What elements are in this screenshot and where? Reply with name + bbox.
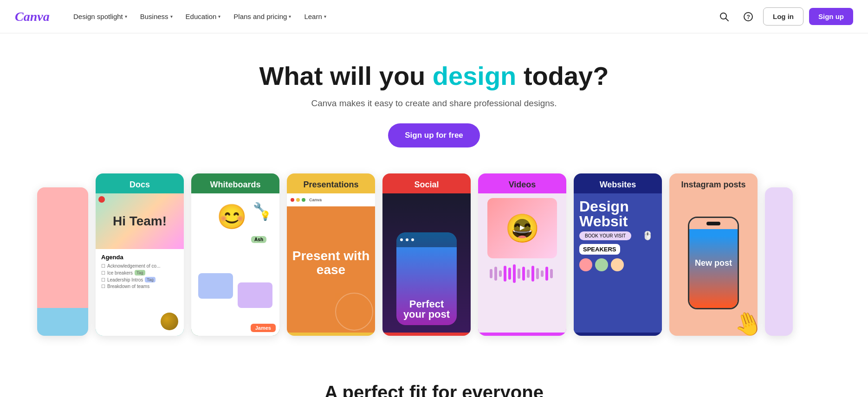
nav-plans[interactable]: Plans and pricing ▾ (228, 9, 297, 24)
phone-topbar (689, 218, 738, 229)
social-topbar (396, 232, 457, 247)
card-whiteboards[interactable]: Whiteboards 😊 🔧 💡 Ash James (191, 173, 279, 336)
pres-text: Present with ease (287, 249, 375, 278)
card-websites[interactable]: Websites DesignWebsit BOOK YOUR VISIT SP… (574, 173, 662, 336)
card-videos-title: Videos (478, 173, 566, 193)
social-dot3 (411, 238, 414, 241)
svg-rect-7 (494, 267, 497, 281)
card-instagram-title: Instagram posts (669, 173, 758, 193)
wb-smiley-emoji: 😊 (217, 203, 247, 231)
svg-rect-17 (541, 270, 544, 277)
card-whiteboards-title: Whiteboards (191, 173, 279, 193)
nav-business[interactable]: Business ▾ (135, 9, 178, 24)
svg-rect-16 (536, 268, 539, 279)
nav-education[interactable]: Education ▾ (180, 9, 227, 24)
svg-rect-10 (508, 268, 511, 280)
card-presentations-body: Canva Present with ease (287, 193, 375, 333)
pres-decoration (333, 291, 375, 333)
hand-emoji: 🤚 (730, 307, 758, 336)
card-docs[interactable]: Docs Hi Team! Agenda ☐Acknowledgement of… (96, 173, 184, 336)
svg-text:?: ? (747, 14, 750, 20)
wb-ash-tag: Ash (251, 236, 266, 243)
nav-design-spotlight[interactable]: Design spotlight ▾ (68, 9, 133, 24)
search-icon (719, 12, 729, 22)
ig-new-post-text: New post (695, 259, 732, 267)
chevron-down-icon: ▾ (324, 14, 326, 19)
card-social-title: Social (382, 173, 471, 193)
wb-james-tag: James (251, 324, 276, 332)
audio-waveform (487, 262, 557, 285)
card-presentations[interactable]: Presentations Canva Present with ease (287, 173, 375, 336)
cursor-icon: 🖱️ (642, 231, 653, 241)
search-button[interactable] (715, 7, 733, 26)
svg-rect-19 (550, 269, 553, 278)
svg-rect-11 (513, 264, 516, 283)
login-button[interactable]: Log in (763, 7, 803, 26)
social-dot1 (400, 238, 403, 241)
docs-item-1: ☐Acknowledgement of co... (101, 263, 178, 269)
docs-hiteam: Hi Team! (113, 214, 167, 229)
svg-point-5 (336, 293, 373, 330)
chevron-down-icon: ▾ (218, 14, 220, 19)
canva-logo[interactable]: Canva (15, 9, 57, 25)
hero-title: What will you design today? (259, 61, 609, 91)
help-icon: ? (743, 12, 753, 22)
card-websites-body: DesignWebsit BOOK YOUR VISIT SPEAKERS 🖱️ (574, 193, 662, 333)
play-button[interactable]: ▶ (514, 219, 531, 236)
pres-toolbar: Canva (287, 193, 375, 206)
docs-item-3: ☐Leadership Intros Tag (101, 277, 178, 282)
website-avatars (579, 258, 656, 271)
card-docs-body: Hi Team! Agenda ☐Acknowledgement of co..… (96, 193, 184, 336)
website-book-btn[interactable]: BOOK YOUR VISIT (579, 231, 631, 240)
nav-left: Canva Design spotlight ▾ Business ▾ Educ… (15, 9, 332, 25)
nav-right: ? Log in Sign up (715, 7, 853, 26)
wb-box2 (238, 282, 272, 308)
svg-rect-18 (545, 267, 548, 281)
hero-section: What will you design today? Canva makes … (0, 33, 868, 166)
cards-track: Docs Hi Team! Agenda ☐Acknowledgement of… (0, 173, 868, 336)
card-presentations-title: Presentations (287, 173, 375, 193)
website-speakers: SPEAKERS (579, 244, 620, 255)
card-videos-body: 😄 ▶ (478, 193, 566, 333)
pres-canva-label: Canva (309, 198, 322, 202)
svg-rect-14 (527, 269, 530, 278)
signup-button[interactable]: Sign up (809, 8, 853, 25)
svg-rect-13 (522, 267, 525, 281)
hero-subtitle: Canva makes it easy to create and share … (311, 98, 557, 109)
social-dot2 (406, 238, 408, 241)
toolbar-dot-green (302, 198, 305, 202)
bottom-title: A perfect fit for everyone (15, 382, 853, 397)
phone-screen: New post (689, 218, 738, 308)
card-websites-title: Websites (574, 173, 662, 193)
docs-item-4: ☐Breakdown of teams (101, 284, 178, 289)
svg-rect-12 (518, 269, 520, 279)
svg-rect-8 (499, 270, 502, 277)
docs-agenda-title: Agenda (101, 254, 178, 261)
hero-cta-button[interactable]: Sign up for free (388, 123, 480, 147)
card-social-body: Perfect your post (382, 193, 471, 333)
wb-box1 (198, 273, 233, 299)
svg-rect-15 (531, 266, 534, 282)
docs-item-2: ☐Ice breakers Tag (101, 270, 178, 275)
card-instagram-body: New post 🤚 (669, 193, 758, 333)
chevron-down-icon: ▾ (289, 14, 291, 19)
toolbar-dot-red (291, 198, 294, 202)
partial-right-card (765, 187, 793, 336)
bottom-section: A perfect fit for everyone (0, 354, 868, 397)
design-categories: Docs Hi Team! Agenda ☐Acknowledgement of… (0, 166, 868, 354)
docs-avatar (161, 313, 178, 330)
svg-rect-9 (504, 266, 506, 282)
social-perfect-text: Perfect your post (396, 294, 457, 325)
card-videos[interactable]: Videos 😄 ▶ (478, 173, 566, 336)
help-button[interactable]: ? (739, 7, 758, 26)
chevron-down-icon: ▾ (125, 14, 127, 19)
card-whiteboards-body: 😊 🔧 💡 Ash James (191, 193, 279, 336)
partial-left-card (37, 187, 88, 336)
chevron-down-icon: ▾ (170, 14, 173, 19)
website-design-title: DesignWebsit (579, 199, 656, 229)
phone-notch (706, 222, 720, 225)
card-instagram[interactable]: Instagram posts New post 🤚 (669, 173, 758, 336)
wb-bulb-emoji: 💡 (259, 210, 271, 221)
card-social[interactable]: Social Perfect your post (382, 173, 471, 336)
nav-learn[interactable]: Learn ▾ (298, 9, 331, 24)
